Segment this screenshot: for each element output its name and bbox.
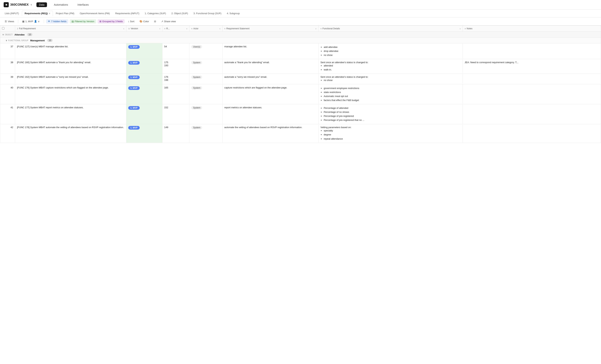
actor-cell-37: User(s) [190, 43, 222, 59]
r-cell-42: 149 [162, 124, 189, 143]
func-details-list-37: add attendee drop attendee no show [320, 45, 461, 57]
eye-icon: 👁 [48, 20, 50, 23]
row-num-42: 42 [0, 124, 15, 143]
r-cell-37: 54 [162, 43, 189, 59]
actor-badge-37: User(s) [191, 45, 202, 49]
col-header-func-details[interactable]: ≡ Functional Details ∨ [319, 26, 463, 32]
tab-functional-group-sup[interactable]: 3. Functional Group (SUP) [191, 11, 224, 16]
toolbar: ☰ Views ▦ 1. MVP 👤 ∨ 👁 7 hidden fields ▤… [0, 18, 601, 26]
version-cell-41[interactable]: 1. MVP [126, 104, 162, 124]
table-row: 38 [FUNC 160] System MBAT automate a "th… [0, 59, 601, 74]
tab-requirements-req[interactable]: Requirements (REQ) ∨ [22, 11, 53, 16]
full-req-cell-40[interactable]: [FUNC 176] System MBAT capture restricti… [15, 84, 126, 104]
group-func-count: 10 [47, 39, 52, 42]
notes-cell-41 [463, 104, 601, 124]
table-header-row: ƒ Full Requirement ∨ ⊙ Version ∨ ≡ R [0, 26, 601, 32]
tab-object-sup[interactable]: 2. Object (SUP) [169, 11, 190, 16]
group-func-collapse-icon[interactable]: ∨ [6, 39, 7, 42]
mvp-badge-38: 1. MVP [128, 61, 140, 65]
mvp-badge-42: 1. MVP [128, 126, 140, 130]
nav-data-button[interactable]: Data [36, 2, 47, 7]
tab-lists-input[interactable]: Lists (INPUT) [2, 11, 21, 16]
nav-automations-button[interactable]: Automations [51, 2, 71, 7]
actor-badge-39: System [191, 76, 202, 79]
actor-icon: ≡ [191, 28, 192, 30]
func-details-cell-42: Vetting parameters based on: specialty d… [319, 124, 463, 143]
mvp-badge-37: 1. MVP [128, 45, 140, 49]
col-r-chevron: ∨ [186, 28, 187, 30]
req-stmt-cell-40: capture restrictions which are flagged o… [222, 84, 319, 104]
full-req-cell-41[interactable]: [FUNC 177] System MBAT report metrics on… [15, 104, 126, 124]
version-cell-37[interactable]: 1. MVP [126, 43, 162, 59]
share-icon: ↗ [161, 20, 163, 23]
group-collapse-icon[interactable]: ∨ [2, 33, 4, 36]
version-cell-39[interactable]: 1. MVP [126, 74, 162, 84]
tab-open-homework[interactable]: Open/Homework Items (PM) [77, 11, 112, 16]
group-object-name: Attendee [14, 33, 25, 36]
views-button[interactable]: ☰ Views [3, 19, 16, 24]
func-details-cell-40: government employee restrictions state r… [319, 84, 463, 104]
logo-icon: ▣ [4, 2, 9, 7]
full-req-cell-37[interactable]: [FUNC 127] User(s) MBAT manage attendee … [15, 43, 126, 59]
col-header-actor[interactable]: ≡ Actor ∨ [190, 26, 222, 32]
color-button[interactable]: 🎨 Color [138, 19, 151, 24]
req-stmt-cell-41: report metrics on attendee statuses. [222, 104, 319, 124]
tab-project-plan[interactable]: Project Plan (PM) [53, 11, 77, 16]
view-name-button[interactable]: ▦ 1. MVP 👤 ∨ [20, 19, 41, 24]
nav-interfaces-button[interactable]: Interfaces [75, 2, 91, 7]
menu-icon: ☰ [5, 20, 7, 23]
version-cell-42[interactable]: 1. MVP [126, 124, 162, 143]
col-header-version[interactable]: ⊙ Version ∨ [126, 26, 162, 32]
row-num-39: 39 [0, 74, 15, 84]
logo-chevron-icon[interactable]: ∨ [30, 3, 32, 6]
full-req-cell-42[interactable]: [FUNC 178] System MBAT automate the vett… [15, 124, 126, 143]
mvp-badge-40: 1. MVP [128, 86, 140, 90]
col-header-notes[interactable]: ≡ Notes [463, 26, 601, 32]
group-object-count: 10 [27, 33, 32, 36]
actor-cell-41: System [190, 104, 222, 124]
row-height-button[interactable]: ⊟ [152, 19, 158, 24]
color-icon: 🎨 [140, 20, 142, 23]
table-row: 40 [FUNC 176] System MBAT capture restri… [0, 84, 601, 104]
func-details-cell-38: Sent once an attendee's status is change… [319, 59, 463, 74]
mvp-badge-41: 1. MVP [128, 106, 140, 110]
select-all-checkbox[interactable] [2, 27, 4, 30]
group-icon: ⊞ [100, 20, 101, 23]
top-nav: ▣ 360CONNEX ∨ Data Automations Interface… [0, 0, 601, 10]
actor-badge-41: System [191, 106, 202, 109]
full-req-cell-39[interactable]: [FUNC 162] System MBAT automate a "sorry… [15, 74, 126, 84]
func-details-list-40: government employee restrictions state r… [320, 86, 461, 102]
filtered-badge[interactable]: ▤ Filtered by Version [70, 19, 96, 23]
actor-badge-42: System [191, 126, 202, 129]
row-height-icon: ⊟ [154, 20, 156, 23]
func-details-cell-37: add attendee drop attendee no show [319, 43, 463, 59]
req-stmt-cell-37: manage attendee list. [222, 43, 319, 59]
group-func-cell[interactable]: ∨ FUNCTIONAL GROUP Management 10 [0, 38, 601, 43]
col-header-r[interactable]: ≡ R... ∨ [162, 26, 189, 32]
person-icon: 👤 [34, 20, 37, 23]
col-header-check[interactable] [0, 26, 15, 32]
share-view-button[interactable]: ↗ Share view [159, 19, 178, 24]
full-req-icon: ƒ [17, 28, 18, 30]
col-header-req-stmt[interactable]: ≡ Requirement Statement ∨ [222, 26, 319, 32]
version-cell-40[interactable]: 1. MVP [126, 84, 162, 104]
group-object-cell[interactable]: ∨ OBJECT Attendee 10 [0, 32, 601, 38]
tab-requirements-input[interactable]: Requirements (INPUT) [113, 11, 142, 16]
tab-subgroup[interactable]: 4. Subgroup [224, 11, 242, 16]
tab-categories-sup[interactable]: 1. Categories (SUP) [142, 11, 169, 16]
version-cell-38[interactable]: 1. MVP [126, 59, 162, 74]
col-header-full-requirement[interactable]: ƒ Full Requirement ∨ [15, 26, 126, 32]
hidden-fields-badge[interactable]: 👁 7 hidden fields [46, 19, 68, 23]
req-stmt-icon: ≡ [224, 28, 225, 30]
full-req-cell-38[interactable]: [FUNC 160] System MBAT automate a "thank… [15, 59, 126, 74]
sort-button[interactable]: ↕ Sort [126, 19, 136, 24]
main-table-container: ƒ Full Requirement ∨ ⊙ Version ∨ ≡ R [0, 26, 601, 143]
r-cell-39: 176 198 [162, 74, 189, 84]
grouped-badge[interactable]: ⊞ Grouped by 3 fields [98, 19, 125, 23]
func-details-list-41: Percentage of attended Percentage of no … [320, 106, 461, 122]
version-icon: ⊙ [128, 28, 130, 30]
row-num-41: 41 [0, 104, 15, 124]
mvp-badge-39: 1. MVP [128, 76, 140, 79]
actor-cell-42: System [190, 124, 222, 143]
group-row-object-attendee: ∨ OBJECT Attendee 10 [0, 32, 601, 38]
